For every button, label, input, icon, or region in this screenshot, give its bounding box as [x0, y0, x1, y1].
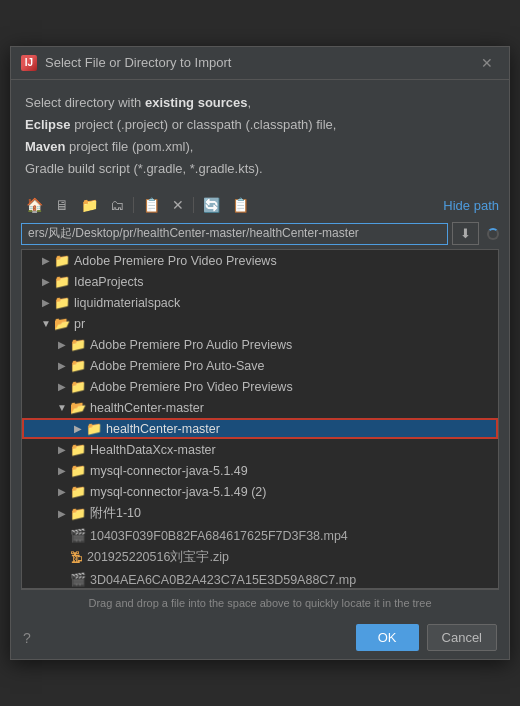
tree-arrow: ▶: [54, 486, 70, 497]
hide-path-button[interactable]: Hide path: [443, 198, 499, 213]
desktop-button[interactable]: 🖥: [50, 194, 74, 216]
file-icon: 🗜: [70, 550, 83, 565]
tree-row[interactable]: ▶ 📁 Adobe Premiere Pro Audio Previews: [22, 334, 498, 355]
tree-label: Adobe Premiere Pro Video Previews: [90, 380, 293, 394]
folder-icon: 📂: [70, 400, 86, 415]
tree-arrow: ▶: [38, 276, 54, 287]
tree-arrow: ▶: [54, 465, 70, 476]
folder-icon: 📁: [54, 253, 70, 268]
tree-label: healthCenter-master: [90, 401, 204, 415]
tree-arrow: ▶: [54, 444, 70, 455]
drag-drop-text: Drag and drop a file into the space abov…: [88, 597, 431, 609]
folder-icon: 📁: [70, 506, 86, 521]
tree-row[interactable]: ▶ 📁 HealthDataXcx-master: [22, 439, 498, 460]
tree-row[interactable]: ▼ 📂 healthCenter-master: [22, 397, 498, 418]
tree-label: IdeaProjects: [74, 275, 143, 289]
tree-label: liquidmaterialspack: [74, 296, 180, 310]
tree-label: Adobe Premiere Pro Auto-Save: [90, 359, 264, 373]
tree-arrow: ▶: [38, 297, 54, 308]
gradle-desc: Gradle build script (*.gradle, *.gradle.…: [25, 161, 263, 176]
folder-icon: 📁: [54, 295, 70, 310]
tree-label: HealthDataXcx-master: [90, 443, 216, 457]
tree-arrow: ▶: [54, 381, 70, 392]
separator2: [193, 197, 194, 213]
tree-row[interactable]: ▼ 📂 pr: [22, 313, 498, 334]
tree-row[interactable]: ▶ 📁 mysql-connector-java-5.1.49: [22, 460, 498, 481]
footer: ? OK Cancel: [11, 616, 509, 659]
tree-row[interactable]: 🎬 3D04AEA6CA0B2A423C7A15E3D59A88C7.mp: [22, 569, 498, 589]
tree-row[interactable]: ▶ 📁 IdeaProjects: [22, 271, 498, 292]
folder-button[interactable]: 📁: [76, 194, 103, 216]
tree-label: Adobe Premiere Pro Video Previews: [74, 254, 277, 268]
tree-arrow: ▶: [54, 339, 70, 350]
cancel-button[interactable]: Cancel: [427, 624, 497, 651]
folder-icon: 📁: [54, 274, 70, 289]
tree-row[interactable]: ▶ 📁 Adobe Premiere Pro Video Previews: [22, 376, 498, 397]
toolbar: 🏠 🖥 📁 🗂 📋 ✕ 🔄 📋 Hide path: [11, 190, 509, 220]
refresh-button[interactable]: 🔄: [198, 194, 225, 216]
path-input[interactable]: [21, 223, 448, 245]
tree-label: 3D04AEA6CA0B2A423C7A15E3D59A88C7.mp: [90, 573, 356, 587]
help-button[interactable]: ?: [23, 630, 31, 646]
import-dialog: IJ Select File or Directory to Import ✕ …: [10, 46, 510, 660]
separator1: [133, 197, 134, 213]
close-button[interactable]: ✕: [475, 53, 499, 73]
tree-row[interactable]: ▶ 📁 Adobe Premiere Pro Auto-Save: [22, 355, 498, 376]
tree-label: mysql-connector-java-5.1.49 (2): [90, 485, 266, 499]
drag-drop-hint: Drag and drop a file into the space abov…: [21, 589, 499, 616]
folder-icon: 📁: [70, 358, 86, 373]
tree-row[interactable]: ▶ 📁 liquidmaterialspack: [22, 292, 498, 313]
loading-spinner: [487, 228, 499, 240]
ok-button[interactable]: OK: [356, 624, 419, 651]
tree-row[interactable]: ▶ 📁 Adobe Premiere Pro Video Previews: [22, 250, 498, 271]
title-bar: IJ Select File or Directory to Import ✕: [11, 47, 509, 80]
folder-icon: 📁: [70, 442, 86, 457]
tree-label: Adobe Premiere Pro Audio Previews: [90, 338, 292, 352]
tree-arrow: ▼: [38, 318, 54, 329]
tree-arrow: ▼: [54, 402, 70, 413]
toolbar-left: 🏠 🖥 📁 🗂 📋 ✕ 🔄 📋: [21, 194, 254, 216]
tree-arrow: ▶: [70, 423, 86, 434]
tree-row[interactable]: ▶ 📁 mysql-connector-java-5.1.49 (2): [22, 481, 498, 502]
file-icon: 🎬: [70, 528, 86, 543]
folder-icon: 📁: [70, 379, 86, 394]
folder2-button[interactable]: 🗂: [105, 194, 129, 216]
tree-label: 201925220516刘宝宇.zip: [87, 549, 229, 566]
folder-icon: 📁: [86, 421, 102, 436]
tree-label: pr: [74, 317, 85, 331]
delete-button[interactable]: ✕: [167, 194, 189, 216]
browse-button[interactable]: ⬇: [452, 222, 479, 245]
folder-icon: 📁: [70, 463, 86, 478]
description-text: Select directory with existing sources, …: [11, 80, 509, 190]
paste-button[interactable]: 📋: [227, 194, 254, 216]
path-row: ⬇: [21, 222, 499, 245]
tree-arrow: ▶: [54, 360, 70, 371]
app-icon: IJ: [21, 55, 37, 71]
tree-label: mysql-connector-java-5.1.49: [90, 464, 248, 478]
tree-label: 附件1-10: [90, 505, 141, 522]
tree-label: healthCenter-master: [106, 422, 220, 436]
title-bar-left: IJ Select File or Directory to Import: [21, 55, 231, 71]
tree-row[interactable]: 🎬 10403F039F0B82FA684617625F7D3F38.mp4: [22, 525, 498, 546]
tree-arrow: ▶: [54, 508, 70, 519]
file-icon: 🎬: [70, 572, 86, 587]
folder-icon: 📁: [70, 337, 86, 352]
tree-arrow: ▶: [38, 255, 54, 266]
folder-icon: 📂: [54, 316, 70, 331]
footer-buttons: OK Cancel: [356, 624, 497, 651]
file-tree[interactable]: ▶ 📁 Adobe Premiere Pro Video Previews ▶ …: [21, 249, 499, 589]
tree-label: 10403F039F0B82FA684617625F7D3F38.mp4: [90, 529, 348, 543]
copy-button[interactable]: 📋: [138, 194, 165, 216]
tree-row[interactable]: ▶ 📁 附件1-10: [22, 502, 498, 525]
folder-icon: 📁: [70, 484, 86, 499]
dialog-title: Select File or Directory to Import: [45, 55, 231, 70]
home-button[interactable]: 🏠: [21, 194, 48, 216]
selected-tree-row[interactable]: ▶ 📁 healthCenter-master: [22, 418, 498, 439]
tree-row[interactable]: 🗜 201925220516刘宝宇.zip: [22, 546, 498, 569]
